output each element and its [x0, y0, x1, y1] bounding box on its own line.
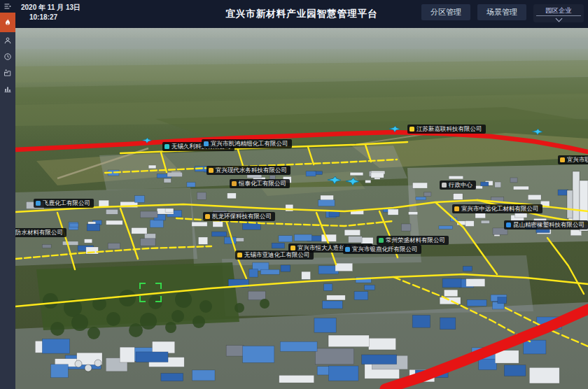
company-name: 行政中心 [449, 181, 472, 190]
company-name: 宜兴市凯鸿精细化工有限公司 [211, 139, 288, 148]
company-map-label[interactable]: 宜兴市银燕化纤有限公司 [343, 245, 421, 254]
company-map-label[interactable]: 无锡市亚迪化工有限公司 [235, 250, 314, 260]
label-icon [237, 253, 242, 257]
company-map-label[interactable]: 宜兴市联丰化工有限公司 [558, 155, 588, 164]
label-icon [560, 157, 565, 162]
company-map-label[interactable]: 常州荣盛材料有限公司 [377, 236, 449, 245]
company-name: 飞鹿化工有限公司 [43, 199, 90, 208]
company-name: 常州荣盛材料有限公司 [386, 236, 445, 245]
label-icon [205, 214, 210, 219]
company-name: 无锡市亚迪化工有限公司 [244, 250, 310, 260]
label-icon [232, 181, 237, 186]
label-icon [410, 127, 414, 132]
top-bar: 2020 年 11 月 13日 10:18:27 宜兴市新材料产业园智慧管理平台… [15, 0, 588, 28]
company-name: 宏成防水材料有限公司 [15, 228, 63, 237]
dropdown-label: 园区企业 [545, 6, 572, 14]
company-name: 江苏新嘉联科技有限公司 [416, 125, 482, 134]
company-name: 宜兴市银燕化纤有限公司 [352, 245, 418, 254]
bar-chart-icon[interactable] [0, 80, 15, 97]
left-nav-rail [0, 0, 15, 389]
clock-icon[interactable] [0, 48, 15, 64]
label-icon [506, 222, 511, 227]
chevron-down-icon [555, 15, 562, 22]
company-map-label[interactable]: 江苏新嘉联科技有限公司 [407, 125, 486, 134]
label-icon [454, 206, 459, 211]
label-icon [345, 247, 350, 252]
flame-icon[interactable] [0, 13, 15, 32]
label-icon [36, 201, 41, 206]
smart-park-platform: 2020 年 11 月 13日 10:18:27 宜兴市新材料产业园智慧管理平台… [0, 0, 588, 389]
label-icon [379, 238, 384, 243]
company-map-label[interactable]: 宜兴现代水务科技有限公司 [206, 166, 290, 175]
company-map-label[interactable]: 宜兴市凯鸿精细化工有限公司 [202, 139, 292, 148]
map-viewport[interactable]: 无锡久利科技有限公司宜兴市凯鸿精细化工有限公司宜兴现代水务科技有限公司恒泰化工有… [15, 28, 588, 389]
label-icon [204, 141, 209, 146]
company-map-label[interactable]: 凯龙环保科技有限公司 [203, 212, 275, 221]
company-name: 昆山精密橡塑科技有限公司 [513, 220, 584, 229]
company-name: 凯龙环保科技有限公司 [212, 212, 272, 221]
menu-icon[interactable] [0, 0, 15, 13]
company-name: 宜兴现代水务科技有限公司 [216, 166, 287, 175]
user-icon[interactable] [0, 32, 15, 48]
company-map-label[interactable]: 昆山精密橡塑科技有限公司 [504, 220, 588, 229]
company-name: 宜兴市联丰化工有限公司 [567, 155, 588, 164]
zone-management-button[interactable]: 分区管理 [421, 4, 470, 20]
factory-icon[interactable] [0, 64, 15, 80]
company-map-label[interactable]: 恒泰化工有限公司 [230, 179, 290, 188]
company-name: 恒泰化工有限公司 [239, 179, 286, 188]
company-name: 宜兴市中远化工材料有限公司 [461, 204, 539, 213]
company-map-label[interactable]: 飞鹿化工有限公司 [34, 199, 94, 208]
company-label-layer: 无锡久利科技有限公司宜兴市凯鸿精细化工有限公司宜兴现代水务科技有限公司恒泰化工有… [15, 28, 588, 389]
header-actions: 分区管理 场景管理 园区企业 [421, 4, 584, 22]
park-enterprise-dropdown[interactable]: 园区企业 [533, 4, 584, 22]
scene-management-button[interactable]: 场景管理 [477, 4, 526, 20]
company-map-label[interactable]: 行政中心 [440, 181, 476, 190]
label-icon [209, 168, 214, 173]
label-icon [164, 144, 169, 149]
label-icon [290, 246, 295, 250]
label-icon [442, 183, 447, 188]
company-map-label[interactable]: 宜兴市中远化工材料有限公司 [452, 204, 542, 213]
company-map-label[interactable]: 宏成防水材料有限公司 [15, 228, 66, 237]
